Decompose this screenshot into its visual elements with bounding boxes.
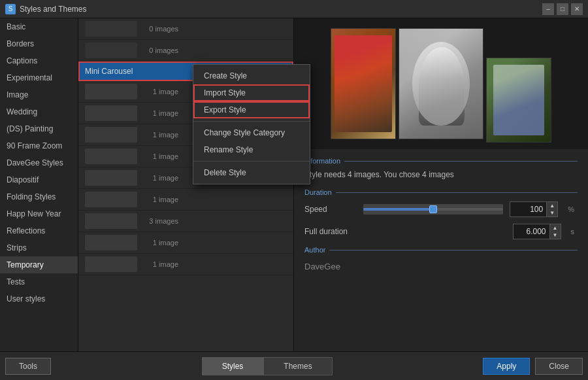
style-count: 0 images <box>142 25 178 33</box>
speed-spin-down[interactable]: ▼ <box>547 209 557 216</box>
style-preview-thumb <box>85 21 137 37</box>
style-preview-thumb <box>85 148 137 164</box>
right-panel: Information Style needs 4 images. You ch… <box>294 18 588 351</box>
close-dialog-button[interactable]: Close <box>535 358 583 375</box>
style-preview-thumb <box>85 43 137 58</box>
close-button[interactable]: ✕ <box>571 3 583 15</box>
slider-thumb[interactable] <box>429 205 437 213</box>
speed-spinners: ▲ ▼ <box>546 202 557 216</box>
tools-button[interactable]: Tools <box>5 358 51 375</box>
full-duration-input[interactable] <box>514 225 549 238</box>
style-preview-thumb <box>85 170 137 186</box>
sidebar-item-ds-painting[interactable]: (DS) Painting <box>0 120 78 137</box>
ctx-import-style[interactable]: Import Style <box>193 84 310 101</box>
sidebar-item-reflections[interactable]: Reflections <box>0 222 78 239</box>
maximize-button[interactable]: □ <box>557 3 568 15</box>
speed-spin-up[interactable]: ▲ <box>547 202 557 209</box>
speed-label: Speed <box>304 205 357 214</box>
ctx-change-style-category[interactable]: Change Style Category <box>193 124 310 141</box>
full-duration-input-group[interactable]: ▲ ▼ <box>513 224 561 239</box>
titlebar-left: S Styles and Themes <box>5 4 87 14</box>
sidebar-item-borders[interactable]: Borders <box>0 35 78 52</box>
style-preview-thumb <box>85 105 137 121</box>
style-preview-thumb <box>85 256 137 272</box>
author-name: DaveGee <box>304 259 578 274</box>
tab-themes[interactable]: Themes <box>263 357 332 375</box>
main-container: Basic Borders Captions Experimental Imag… <box>0 18 588 351</box>
style-count: 1 image <box>142 109 178 117</box>
full-duration-row: Full duration ▲ ▼ s <box>304 224 578 239</box>
speed-input[interactable] <box>510 203 546 216</box>
sidebar-item-90-frame-zoom[interactable]: 90 Frame Zoom <box>0 137 78 154</box>
sidebar-item-tests[interactable]: Tests <box>0 273 78 290</box>
style-item[interactable]: 1 image <box>78 232 293 254</box>
sidebar-item-temporary[interactable]: Temporary <box>0 256 78 273</box>
full-duration-unit: s <box>568 228 578 235</box>
full-duration-label: Full duration <box>304 227 357 236</box>
full-duration-spinners: ▲ ▼ <box>549 224 561 239</box>
ctx-delete-style[interactable]: Delete Style <box>193 164 310 181</box>
speed-row: Speed ▲ ▼ % <box>304 201 578 217</box>
info-text: Style needs 4 images. You chose 4 images <box>304 170 578 179</box>
style-preview-thumb <box>85 213 137 229</box>
preview-area <box>294 18 588 149</box>
sidebar-item-folding[interactable]: Folding Styles <box>0 188 78 205</box>
author-label: Author <box>304 246 578 254</box>
sidebar-item-captions[interactable]: Captions <box>0 52 78 69</box>
sidebar-item-diapositif[interactable]: Diapositif <box>0 171 78 188</box>
bottom-bar: Tools Styles Themes Apply Close <box>0 351 588 380</box>
style-count: 1 image <box>142 152 178 160</box>
minimize-button[interactable]: – <box>542 3 554 15</box>
ctx-create-style[interactable]: Create Style <box>193 67 310 84</box>
style-item[interactable]: 1 image <box>78 254 293 275</box>
slider-track <box>363 208 503 211</box>
speed-input-group[interactable]: ▲ ▼ <box>510 201 558 217</box>
sidebar-item-davegee-styles[interactable]: DaveGee Styles <box>0 154 78 171</box>
preview-image-1 <box>331 28 396 139</box>
full-duration-spin-down[interactable]: ▼ <box>550 232 561 239</box>
style-preview-thumb <box>85 127 137 143</box>
style-count: 1 image <box>142 260 178 268</box>
apply-button[interactable]: Apply <box>483 358 530 375</box>
style-count: 3 images <box>142 217 178 225</box>
sidebar-item-happ-new-year[interactable]: Happ New Year <box>0 205 78 222</box>
ctx-separator-1 <box>193 121 310 122</box>
preview-image-2 <box>399 28 483 139</box>
slider-fill <box>363 208 433 211</box>
app-icon: S <box>5 4 16 14</box>
sidebar-item-experimental[interactable]: Experimental <box>0 69 78 86</box>
speed-unit: % <box>564 205 578 213</box>
style-count: 1 image <box>142 131 178 139</box>
ctx-rename-style[interactable]: Rename Style <box>193 141 310 158</box>
middle-panel: 0 images 0 images Mini Carousel 1 image … <box>78 18 294 351</box>
bottom-action-buttons: Apply Close <box>483 358 583 375</box>
style-item[interactable]: 0 images <box>78 40 293 61</box>
style-count: 1 image <box>142 88 178 95</box>
style-item[interactable]: 1 image <box>78 189 293 211</box>
style-preview-thumb <box>85 192 137 207</box>
titlebar-controls[interactable]: – □ ✕ <box>542 3 583 15</box>
information-label: Information <box>304 157 578 165</box>
sidebar-item-strips[interactable]: Strips <box>0 239 78 256</box>
titlebar-title: Styles and Themes <box>20 5 87 14</box>
ctx-export-style[interactable]: Export Style <box>193 101 310 118</box>
tab-styles[interactable]: Styles <box>202 357 264 375</box>
full-duration-spin-up[interactable]: ▲ <box>550 224 561 232</box>
style-count: 1 image <box>142 239 178 247</box>
sidebar-item-wedding[interactable]: Wedding <box>0 103 78 120</box>
speed-slider[interactable] <box>363 204 503 215</box>
preview-image-3 <box>486 58 551 143</box>
style-item[interactable]: 3 images <box>78 211 293 232</box>
tab-group: Styles Themes <box>202 357 333 375</box>
style-preview-thumb <box>85 84 137 99</box>
style-preview-thumb <box>85 235 137 250</box>
preview-images <box>294 18 588 149</box>
style-item[interactable]: 0 images <box>78 18 293 40</box>
sidebar-item-basic[interactable]: Basic <box>0 18 78 35</box>
info-panel: Information Style needs 4 images. You ch… <box>294 149 588 351</box>
sidebar-item-user-styles[interactable]: User styles <box>0 290 78 307</box>
sidebar-item-image[interactable]: Image <box>0 86 78 103</box>
titlebar: S Styles and Themes – □ ✕ <box>0 0 588 18</box>
ctx-separator-2 <box>193 161 310 162</box>
duration-label: Duration <box>304 188 578 196</box>
